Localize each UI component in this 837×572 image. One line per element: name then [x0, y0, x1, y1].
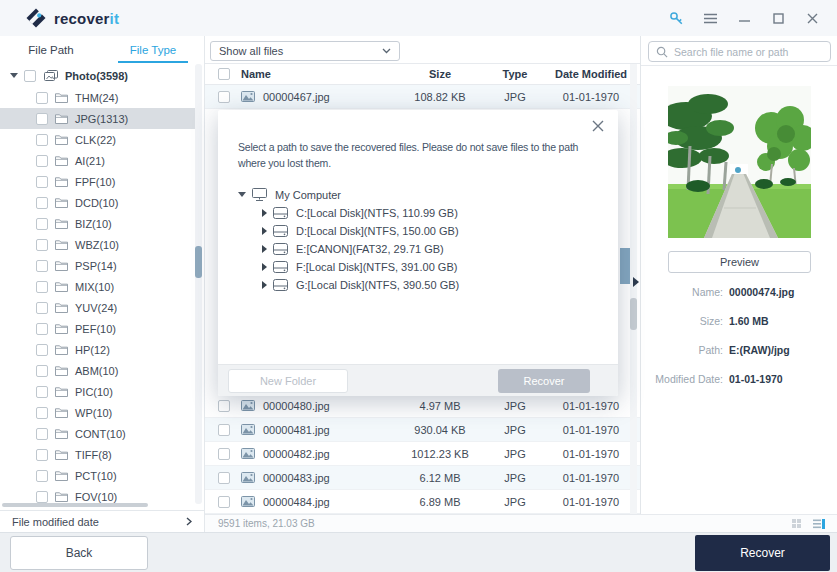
- tree-item[interactable]: THM(24): [0, 87, 195, 108]
- tree-item[interactable]: WP(10): [0, 402, 195, 423]
- back-button[interactable]: Back: [10, 536, 148, 570]
- tree-item[interactable]: PSP(14): [0, 255, 195, 276]
- row-checkbox[interactable]: [36, 449, 48, 461]
- menu-icon[interactable]: [702, 10, 719, 27]
- search-input[interactable]: [674, 46, 823, 58]
- row-checkbox[interactable]: [218, 424, 230, 436]
- preview-button[interactable]: Preview: [668, 251, 811, 273]
- table-row[interactable]: 00000483.jpg 6.12 MB JPG 01-01-1970: [205, 466, 640, 490]
- select-all-checkbox[interactable]: [218, 68, 230, 80]
- file-filter-dropdown[interactable]: Show all files: [210, 41, 400, 61]
- tab-file-type[interactable]: File Type: [102, 36, 204, 63]
- row-checkbox[interactable]: [36, 407, 48, 419]
- row-checkbox[interactable]: [218, 496, 230, 508]
- grid-view-icon[interactable]: [792, 519, 801, 528]
- row-checkbox[interactable]: [218, 91, 230, 103]
- table-row[interactable]: 00000480.jpg 4.97 MB JPG 01-01-1970: [205, 394, 640, 418]
- row-checkbox[interactable]: [36, 155, 48, 167]
- tree-item[interactable]: CONT(10): [0, 423, 195, 444]
- caret-right-icon[interactable]: [262, 281, 267, 289]
- column-date[interactable]: Date Modified: [545, 68, 637, 80]
- drive-node[interactable]: F:[Local Disk](NTFS, 391.00 GB): [238, 258, 618, 276]
- tree-item[interactable]: PIC(10): [0, 381, 195, 402]
- row-checkbox[interactable]: [36, 470, 48, 482]
- tree-item[interactable]: DCD(10): [0, 192, 195, 213]
- status-summary: 9591 items, 21.03 GB: [218, 518, 315, 529]
- key-icon[interactable]: [668, 10, 685, 27]
- table-row[interactable]: 00000481.jpg 930.04 KB JPG 01-01-1970: [205, 418, 640, 442]
- sidebar-scrollbar-track[interactable]: [195, 64, 202, 504]
- caret-right-icon[interactable]: [262, 245, 267, 253]
- new-folder-button[interactable]: New Folder: [228, 369, 348, 393]
- caret-down-icon[interactable]: [10, 73, 18, 78]
- tree-item[interactable]: TIFF(8): [0, 444, 195, 465]
- drive-node[interactable]: C:[Local Disk](NTFS, 110.99 GB): [238, 204, 618, 222]
- tree-item[interactable]: CLK(22): [0, 129, 195, 150]
- row-checkbox[interactable]: [36, 134, 48, 146]
- column-name[interactable]: Name: [230, 68, 395, 80]
- collapse-panel-arrow[interactable]: [633, 277, 639, 287]
- row-checkbox[interactable]: [36, 176, 48, 188]
- preview-thumbnail[interactable]: [668, 86, 811, 238]
- detail-value: 01-01-1970: [729, 373, 783, 385]
- row-checkbox[interactable]: [36, 197, 48, 209]
- maximize-icon[interactable]: [770, 10, 787, 27]
- table-scrollbar-track[interactable]: [630, 64, 637, 514]
- row-checkbox[interactable]: [36, 260, 48, 272]
- tree-item[interactable]: WBZ(10): [0, 234, 195, 255]
- table-row[interactable]: 00000484.jpg 6.89 MB JPG 01-01-1970: [205, 490, 640, 514]
- tree-item[interactable]: PCT(10): [0, 465, 195, 486]
- row-checkbox[interactable]: [36, 92, 48, 104]
- row-checkbox[interactable]: [36, 302, 48, 314]
- close-icon[interactable]: [804, 10, 821, 27]
- row-checkbox[interactable]: [36, 323, 48, 335]
- caret-right-icon[interactable]: [262, 227, 267, 235]
- row-checkbox[interactable]: [24, 70, 36, 82]
- sidebar-hscrollbar-thumb[interactable]: [2, 503, 148, 507]
- caret-right-icon[interactable]: [262, 263, 267, 271]
- row-checkbox[interactable]: [36, 428, 48, 440]
- search-box[interactable]: [648, 41, 831, 62]
- folder-icon: [55, 135, 68, 145]
- drive-node[interactable]: G:[Local Disk](NTFS, 390.50 GB): [238, 276, 618, 294]
- tree-root-photo[interactable]: Photo(3598): [0, 64, 195, 87]
- tree-item[interactable]: MIX(10): [0, 276, 195, 297]
- row-checkbox[interactable]: [36, 365, 48, 377]
- tree-item[interactable]: ABM(10): [0, 360, 195, 381]
- tree-item[interactable]: HP(12): [0, 339, 195, 360]
- row-checkbox[interactable]: [36, 113, 48, 125]
- column-type[interactable]: Type: [485, 68, 545, 80]
- tree-item[interactable]: BIZ(10): [0, 213, 195, 234]
- column-size[interactable]: Size: [395, 68, 485, 80]
- tree-item[interactable]: AI(21): [0, 150, 195, 171]
- tree-item[interactable]: PEF(10): [0, 318, 195, 339]
- caret-down-icon[interactable]: [238, 192, 246, 197]
- row-checkbox[interactable]: [36, 386, 48, 398]
- row-checkbox[interactable]: [36, 239, 48, 251]
- row-checkbox[interactable]: [36, 281, 48, 293]
- recover-button[interactable]: Recover: [695, 535, 830, 571]
- tree-item[interactable]: FPF(10): [0, 171, 195, 192]
- row-checkbox[interactable]: [36, 344, 48, 356]
- table-row[interactable]: 00000482.jpg 1012.23 KB JPG 01-01-1970: [205, 442, 640, 466]
- drive-node[interactable]: E:[CANON](FAT32, 29.71 GB): [238, 240, 618, 258]
- tree-item[interactable]: JPG(1313): [0, 108, 195, 129]
- row-checkbox[interactable]: [218, 472, 230, 484]
- table-row[interactable]: 00000467.jpg 108.82 KB JPG 01-01-1970: [205, 85, 640, 109]
- list-view-icon[interactable]: [813, 519, 825, 529]
- row-checkbox[interactable]: [36, 218, 48, 230]
- row-checkbox[interactable]: [218, 448, 230, 460]
- dialog-close-icon[interactable]: [592, 120, 604, 132]
- sidebar-scrollbar-thumb[interactable]: [195, 246, 202, 278]
- row-checkbox[interactable]: [218, 400, 230, 412]
- tab-file-path[interactable]: File Path: [0, 36, 102, 63]
- my-computer-node[interactable]: My Computer: [238, 186, 618, 204]
- file-modified-date-filter[interactable]: File modified date: [0, 510, 204, 532]
- row-checkbox[interactable]: [36, 491, 48, 503]
- table-scrollbar-thumb[interactable]: [630, 298, 637, 330]
- minimize-icon[interactable]: [736, 10, 753, 27]
- caret-right-icon[interactable]: [262, 209, 267, 217]
- dialog-recover-button[interactable]: Recover: [498, 369, 590, 393]
- tree-item[interactable]: YUV(24): [0, 297, 195, 318]
- drive-node[interactable]: D:[Local Disk](NTFS, 150.00 GB): [238, 222, 618, 240]
